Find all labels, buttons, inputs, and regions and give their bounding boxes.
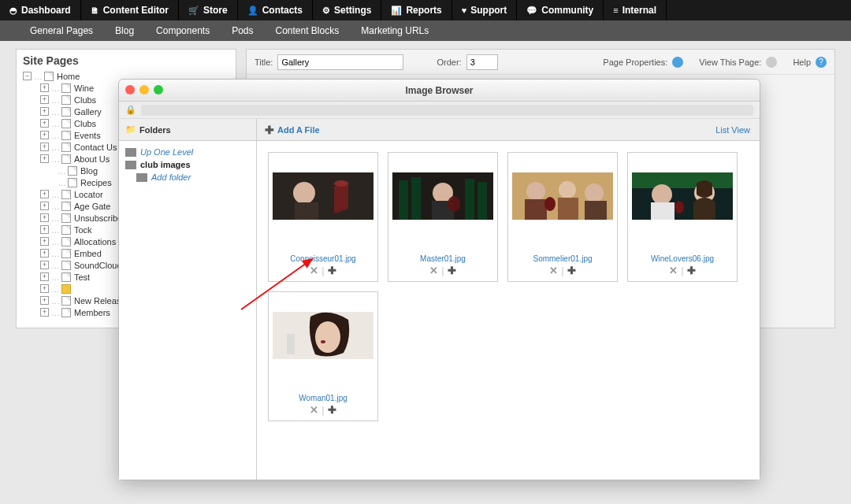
chart-icon: 📊 [391,6,402,16]
nav-internal[interactable]: ≡Internal [604,0,667,20]
delete-icon[interactable]: ✕ [549,265,558,276]
folder-up-one-level[interactable]: Up One Level [125,146,250,158]
image-tile[interactable]: Connoisseur01.jpg ✕|✚ [268,152,378,282]
image-filename[interactable]: Master01.jpg [420,254,466,263]
expand-icon[interactable]: + [40,225,49,234]
nav-dashboard[interactable]: ◓Dashboard [0,0,81,20]
image-thumbnail[interactable] [273,158,373,235]
svg-point-30 [321,340,325,343]
delete-icon[interactable]: ✕ [310,404,318,416]
expand-icon[interactable]: + [40,143,49,151]
folder-add[interactable]: Add folder [125,171,250,183]
page-properties-icon[interactable] [672,57,683,68]
expand-icon[interactable]: + [40,284,49,293]
expand-icon[interactable]: + [40,131,49,139]
image-filename[interactable]: Woman01.jpg [299,394,347,402]
svg-rect-21 [632,172,733,188]
image-thumbnail[interactable] [632,158,733,235]
add-icon[interactable]: ✚ [328,265,336,276]
chat-icon: 💬 [526,6,537,16]
add-icon[interactable]: ✚ [328,404,336,416]
expand-icon[interactable]: + [40,261,49,269]
modal-folder-sidebar: Up One Level club images Add folder [119,141,257,480]
svg-rect-14 [525,199,547,220]
page-icon [61,154,71,164]
url-field[interactable] [141,105,753,116]
order-input[interactable] [466,54,498,70]
page-icon [61,143,71,152]
expand-icon[interactable]: + [40,190,49,198]
folder-icon [125,161,136,169]
add-icon[interactable]: ✚ [567,265,576,276]
help-link[interactable]: Help [793,57,811,67]
expand-icon[interactable]: + [40,202,49,210]
svg-point-19 [544,197,556,211]
add-icon[interactable]: ✚ [687,265,696,276]
image-tile[interactable]: Woman01.jpg ✕|✚ [268,291,378,421]
view-this-page-link[interactable]: View This Page: [699,57,761,67]
nav-settings[interactable]: ⚙Settings [313,0,381,20]
expand-icon[interactable]: + [40,249,49,258]
page-icon [61,119,71,128]
image-tile[interactable]: WineLovers06.jpg ✕|✚ [627,152,738,282]
page-icon [61,237,71,246]
list-view-link[interactable]: List View [706,125,760,135]
image-thumbnail[interactable] [512,158,613,235]
expand-icon[interactable]: + [40,107,49,116]
svg-rect-2 [295,202,318,220]
nav-reports[interactable]: 📊Reports [381,0,452,20]
image-filename[interactable]: WineLovers06.jpg [651,254,714,263]
menu-icon: ≡ [613,6,618,15]
svg-point-28 [315,321,340,353]
delete-icon[interactable]: ✕ [429,265,438,276]
expand-icon[interactable]: + [40,119,49,128]
expand-icon[interactable]: + [40,237,49,246]
add-file-button[interactable]: ✚Add A File [257,124,328,136]
page-icon [61,272,71,282]
image-filename[interactable]: Connoisseur01.jpg [290,254,355,263]
gear-icon: ⚙ [322,6,330,16]
view-page-icon[interactable] [766,57,777,68]
delete-icon[interactable]: ✕ [669,265,678,276]
modal-toolbar: 📁Folders ✚Add A File List View [119,119,760,141]
nav-community[interactable]: 💬Community [517,0,604,20]
page-icon [61,308,71,317]
image-filename[interactable]: Sommelier01.jpg [533,254,592,263]
maximize-icon[interactable] [154,85,163,94]
expand-icon[interactable]: + [40,83,49,92]
expand-icon[interactable]: + [40,272,49,281]
svg-rect-29 [287,334,295,354]
subnav-pods[interactable]: Pods [221,20,264,41]
title-input[interactable] [277,54,403,70]
cloud-icon: ◓ [9,6,17,16]
delete-icon[interactable]: ✕ [310,265,318,276]
subnav-marketing-urls[interactable]: Marketing URLs [350,20,440,41]
nav-support[interactable]: ♥Support [452,0,518,20]
folder-current[interactable]: club images [125,158,250,171]
expand-icon[interactable]: + [40,154,49,163]
expand-icon[interactable]: + [40,213,49,222]
image-tile[interactable]: Sommelier01.jpg ✕|✚ [507,152,618,282]
subnav-general-pages[interactable]: General Pages [19,20,104,41]
close-icon[interactable] [125,85,135,94]
page-properties-link[interactable]: Page Properties: [603,57,667,67]
image-tile[interactable]: Master01.jpg ✕|✚ [388,152,498,282]
subnav-content-blocks[interactable]: Content Blocks [265,20,351,41]
image-thumbnail[interactable] [273,297,373,374]
nav-content-editor[interactable]: 🗎Content Editor [81,0,179,20]
svg-rect-23 [651,202,674,220]
expand-icon[interactable]: + [40,296,49,305]
add-icon[interactable]: ✚ [448,265,456,276]
modal-titlebar[interactable]: Image Browser [119,80,760,102]
minimize-icon[interactable] [139,85,149,94]
expand-icon[interactable]: + [40,308,49,317]
image-thumbnail[interactable] [392,158,493,235]
expand-icon[interactable]: + [40,95,49,104]
subnav-components[interactable]: Components [145,20,221,41]
collapse-icon[interactable]: − [23,72,32,80]
content-toolbar: Title: Order: Page Properties: View This… [247,50,834,75]
help-icon[interactable]: ? [816,57,827,68]
nav-contacts[interactable]: 👤Contacts [238,0,313,20]
nav-store[interactable]: 🛒Store [179,0,238,20]
subnav-blog[interactable]: Blog [104,20,145,41]
